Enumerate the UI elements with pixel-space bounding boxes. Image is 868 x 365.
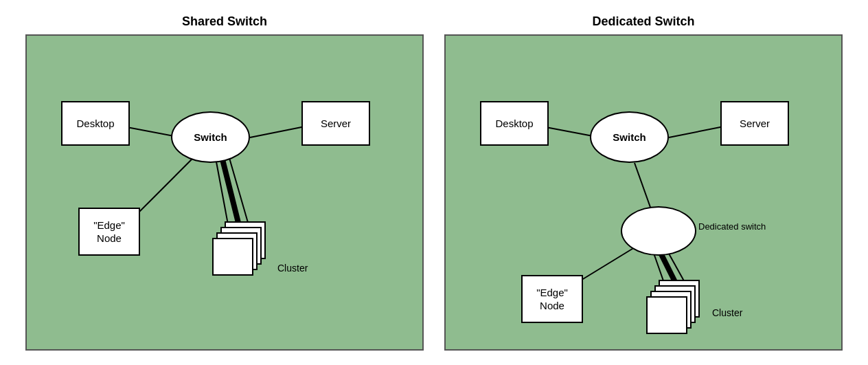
- shared-switch-box: Desktop Switch Server "Edge" Node: [25, 34, 424, 351]
- shared-cluster-label: Cluster: [277, 263, 308, 274]
- dedicated-switch-title: Dedicated Switch: [592, 14, 694, 29]
- svg-line-8: [635, 163, 652, 211]
- svg-line-3: [222, 159, 240, 228]
- svg-line-2: [133, 156, 195, 218]
- dedicated-switch-label: Dedicated switch: [698, 221, 766, 232]
- shared-desktop-node: Desktop: [61, 101, 130, 146]
- shared-switch-title: Shared Switch: [182, 14, 267, 29]
- shared-switch-svg: [27, 36, 422, 349]
- dedicated-switch-ellipse: [621, 206, 696, 256]
- svg-line-4: [216, 158, 229, 232]
- svg-line-5: [229, 158, 250, 230]
- shared-server-node: Server: [301, 101, 370, 146]
- dedicated-cluster-label: Cluster: [712, 307, 742, 318]
- dedicated-top-switch-node: Switch: [590, 111, 669, 163]
- shared-switch-diagram: Shared Switch Desktop Swi: [25, 14, 424, 351]
- shared-switch-node: Switch: [171, 111, 250, 163]
- dedicated-switch-svg: [446, 36, 841, 349]
- svg-line-9: [576, 245, 638, 283]
- shared-edge-node: "Edge" Node: [78, 208, 140, 256]
- dedicated-desktop-node: Desktop: [480, 101, 549, 146]
- dedicated-switch-diagram: Dedicated Switch Desktop: [444, 14, 843, 351]
- dedicated-switch-box: Desktop Switch Server Dedicated switch "…: [444, 34, 843, 351]
- dedicated-server-node: Server: [720, 101, 789, 146]
- dedicated-edge-node: "Edge" Node: [521, 275, 583, 323]
